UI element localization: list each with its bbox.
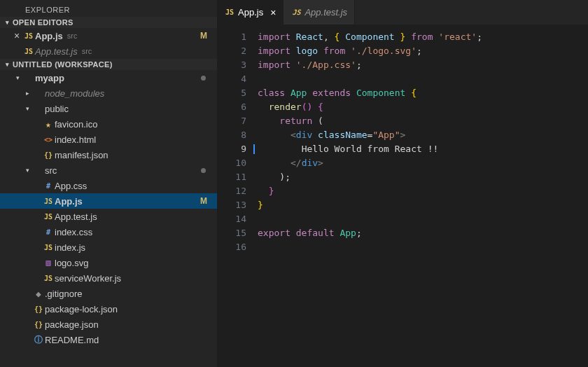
modified-badge: M (200, 31, 207, 41)
line-number: 7 (217, 114, 246, 128)
line-number: 9 (217, 142, 246, 156)
code-line[interactable]: } (258, 198, 482, 212)
chevron-down-icon: ▾ (3, 19, 13, 26)
file-type-icon: ★ (46, 119, 51, 130)
open-editor-label: App.test.js (35, 46, 78, 57)
chevron-right-icon: ▸ (22, 90, 32, 97)
code-line[interactable]: } (258, 184, 482, 198)
tree-item-label: README.md (45, 335, 99, 345)
file-type-icon: {} (34, 321, 43, 328)
file-type-icon: ▧ (46, 258, 50, 268)
code-content[interactable]: import React, { Component } from 'react'… (258, 25, 482, 367)
line-number: 12 (217, 184, 246, 198)
code-line[interactable]: import './App.css'; (258, 58, 482, 72)
tree-item-label: public (45, 104, 69, 114)
line-number: 1 (217, 30, 246, 44)
open-editor-hint: src (67, 32, 78, 40)
code-line[interactable] (258, 212, 482, 226)
code-line[interactable]: </div> (258, 156, 482, 170)
file-row[interactable]: JSserviceWorker.js (0, 270, 217, 286)
file-row[interactable]: JSApp.test.js (0, 209, 217, 224)
file-type-icon: JS (44, 244, 52, 251)
open-editor-item[interactable]: JSApp.test.jssrc (0, 43, 217, 59)
file-type-icon: JS (24, 48, 33, 55)
tree-item-label: App.test.js (55, 212, 97, 222)
code-line[interactable]: ); (258, 170, 482, 184)
line-number: 8 (217, 128, 246, 142)
file-row[interactable]: {}package-lock.json (0, 301, 217, 317)
file-type-icon: JS (44, 198, 52, 205)
line-number: 10 (217, 156, 246, 170)
file-row[interactable]: ⓘREADME.md (0, 332, 217, 347)
folder-row[interactable]: ▾myapp (0, 70, 217, 85)
editor-pane: JSApp.js×JSApp.test.js 12345678910111213… (217, 0, 588, 367)
close-icon[interactable]: × (270, 7, 276, 18)
code-area[interactable]: 12345678910111213141516 import React, { … (217, 25, 588, 367)
file-row[interactable]: JSApp.jsM (0, 193, 217, 209)
file-type-icon: JS (225, 8, 234, 16)
file-type-icon: JS (292, 8, 300, 16)
file-type-icon: <> (44, 136, 52, 144)
cursor-line-indicator (253, 144, 255, 154)
code-line[interactable]: import logo from './logo.svg'; (258, 44, 482, 58)
tab-label: App.test.js (304, 7, 347, 18)
editor-tab[interactable]: JSApp.js× (217, 0, 284, 25)
open-editors-header[interactable]: ▾ OPEN EDITORS (0, 17, 217, 28)
code-line[interactable]: import React, { Component } from 'react'… (258, 30, 482, 44)
open-editor-item[interactable]: ×JSApp.jssrcM (0, 28, 217, 43)
explorer-sidebar: EXPLORER ▾ OPEN EDITORS ×JSApp.jssrcMJSA… (0, 0, 217, 367)
code-line[interactable]: export default App; (258, 226, 482, 240)
tree-item-label: serviceWorker.js (55, 273, 121, 284)
file-row[interactable]: {}manifest.json (0, 147, 217, 162)
file-row[interactable]: {}package.json (0, 317, 217, 332)
code-line[interactable]: <div className="App"> (258, 128, 482, 142)
line-number: 4 (217, 72, 246, 86)
line-number: 15 (217, 226, 246, 240)
file-row[interactable]: JSindex.js (0, 240, 217, 255)
file-type-icon: {} (44, 151, 52, 159)
line-number: 3 (217, 58, 246, 72)
file-row[interactable]: #App.css (0, 178, 217, 193)
dirty-dot-icon (201, 168, 206, 173)
code-line[interactable] (258, 72, 482, 86)
tree-item-label: package.json (45, 319, 99, 330)
line-number: 13 (217, 198, 246, 212)
file-type-icon: ◆ (36, 289, 41, 299)
file-type-icon: JS (24, 32, 33, 40)
tree-item-label: node_modules (45, 88, 104, 99)
file-type-icon: ⓘ (34, 334, 43, 346)
tab-label: App.js (238, 7, 263, 18)
chevron-down-icon: ▾ (13, 74, 22, 81)
folder-row[interactable]: ▸node_modules (0, 85, 217, 101)
file-row[interactable]: ◆.gitignore (0, 286, 217, 301)
line-number: 6 (217, 100, 246, 114)
line-number: 16 (217, 240, 246, 254)
workspace-header[interactable]: ▾ UNTITLED (WORKSPACE) (0, 59, 217, 70)
tab-bar: JSApp.js×JSApp.test.js (217, 0, 588, 25)
file-type-icon: {} (34, 305, 43, 313)
chevron-down-icon: ▾ (3, 61, 13, 68)
file-row[interactable]: <>index.html (0, 132, 217, 147)
folder-row[interactable]: ▾src (0, 162, 217, 178)
folder-row[interactable]: ▾public (0, 101, 217, 116)
close-icon[interactable]: × (11, 30, 22, 41)
code-line[interactable]: class App extends Component { (258, 86, 482, 100)
editor-tab[interactable]: JSApp.test.js (284, 0, 355, 25)
file-tree: ▾myapp▸node_modules▾public★favicon.ico<>… (0, 70, 217, 347)
code-line[interactable]: render() { (258, 100, 482, 114)
code-line[interactable]: return ( (258, 114, 482, 128)
tree-item-label: App.js (55, 196, 83, 207)
line-number-gutter: 12345678910111213141516 (217, 25, 258, 367)
line-number: 2 (217, 44, 246, 58)
chevron-down-icon: ▾ (22, 167, 32, 174)
file-row[interactable]: #index.css (0, 224, 217, 240)
code-line[interactable] (258, 240, 482, 254)
code-line[interactable]: Hello World from React !! (258, 142, 482, 156)
tree-item-label: index.css (55, 227, 92, 237)
file-type-icon: # (46, 182, 50, 190)
file-row[interactable]: ★favicon.ico (0, 116, 217, 132)
line-number: 5 (217, 86, 246, 100)
file-type-icon: JS (44, 275, 52, 282)
tree-item-label: favicon.ico (55, 119, 97, 130)
file-row[interactable]: ▧logo.svg (0, 255, 217, 270)
